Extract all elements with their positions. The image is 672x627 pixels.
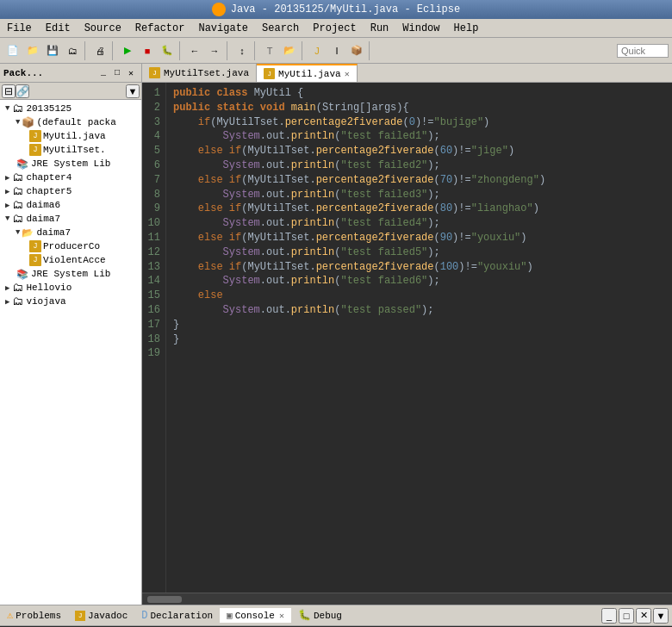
bp-minimize-btn[interactable]: _ <box>601 608 617 624</box>
tree-item-daima7[interactable]: ▼ 🗂 daima7 <box>2 212 140 226</box>
tab-java-icon: J <box>149 67 160 78</box>
main-layout: Pack... _ □ ✕ ⊟ 🔗 ▼ ▼ 🗂 20135125 ▼ 📦 (de… <box>0 64 672 605</box>
pe-collapse-btn[interactable]: ⊟ <box>2 84 16 98</box>
menu-edit[interactable]: Edit <box>39 21 78 36</box>
bp-close-btn[interactable]: ✕ <box>636 608 651 624</box>
menu-bar: File Edit Source Refactor Navigate Searc… <box>0 19 672 38</box>
code-container: 12345678910111213141516171819 public cla… <box>142 83 672 593</box>
bp-tab-problems[interactable]: ⚠ Problems <box>0 607 68 624</box>
tree-item-jre2[interactable]: 📚 JRE System Lib <box>2 267 140 281</box>
toolbar-sep-3 <box>179 41 183 60</box>
tree-item-violentacce[interactable]: J ViolentAcce <box>2 253 140 267</box>
menu-file[interactable]: File <box>0 21 39 36</box>
package-explorer: Pack... _ □ ✕ ⊟ 🔗 ▼ ▼ 🗂 20135125 ▼ 📦 (de… <box>0 64 142 605</box>
bp-tab-label: Debug <box>314 611 342 621</box>
tree-label: 20135125 <box>26 103 72 114</box>
tree-label: daima6 <box>26 200 60 210</box>
tree-item-jre1[interactable]: 📚 JRE System Lib <box>2 157 140 171</box>
bp-tab-javadoc[interactable]: J Javadoc <box>68 609 134 623</box>
expand-arrow: ▶ <box>5 187 9 196</box>
open-resource-btn[interactable]: 📂 <box>280 41 299 60</box>
tree-label: JRE System Lib <box>31 158 110 169</box>
code-content[interactable]: public class MyUtil { public static void… <box>166 83 672 593</box>
back-btn[interactable]: ← <box>185 41 204 60</box>
tree-label: (default packa <box>36 117 115 127</box>
pe-link-btn[interactable]: 🔗 <box>16 84 29 98</box>
new-btn[interactable]: 📄 <box>3 41 22 60</box>
tree-label: ViolentAcce <box>43 255 106 265</box>
bp-tabs: ⚠ Problems J Javadoc D Declaration ▣ Con… <box>0 605 672 626</box>
horizontal-scrollbar[interactable] <box>142 593 672 605</box>
run-btn[interactable]: ▶ <box>118 41 137 60</box>
menu-window[interactable]: Window <box>395 21 446 36</box>
tree-item-hellovio[interactable]: ▶ 🗂 Hellovio <box>2 281 140 295</box>
editor-tabs: J MyUtilTset.java J MyUtil.java ✕ <box>142 64 672 83</box>
tree-item-myutil[interactable]: J MyUtil.java <box>2 129 140 143</box>
expand-arrow: ▼ <box>16 118 20 127</box>
debug-btn[interactable]: 🐛 <box>158 41 177 60</box>
save-all-btn[interactable]: 🗂 <box>63 41 82 60</box>
bp-tab-console[interactable]: ▣ Console ✕ <box>220 608 291 623</box>
tree-item-default-pkg[interactable]: ▼ 📦 (default packa <box>2 115 140 129</box>
tree-item-chapter4[interactable]: ▶ 🗂 chapter4 <box>2 171 140 184</box>
next-annot-btn[interactable]: ↕ <box>233 41 252 60</box>
pe-toolbar: ⊟ 🔗 ▼ <box>0 83 141 100</box>
menu-help[interactable]: Help <box>447 21 486 36</box>
new-interface-btn[interactable]: I <box>327 41 346 60</box>
bp-menu-btn[interactable]: ▼ <box>653 608 669 624</box>
h-scrollbar-thumb[interactable] <box>147 596 182 603</box>
tree-label: JRE System Lib <box>31 269 110 279</box>
tree-item-myutiltset[interactable]: J MyUtilTset. <box>2 143 140 157</box>
tree-item-20135125[interactable]: ▼ 🗂 20135125 <box>2 102 140 115</box>
tree-label: chapter4 <box>26 172 72 183</box>
open-type-btn[interactable]: T <box>260 41 279 60</box>
print-btn[interactable]: 🖨 <box>90 41 109 60</box>
pe-menu-btn[interactable]: ▼ <box>126 84 140 98</box>
tab-myutiltset[interactable]: J MyUtilTset.java <box>142 64 257 82</box>
pe-maximize-btn[interactable]: □ <box>110 66 124 80</box>
toolbar-sep-2 <box>112 41 115 60</box>
menu-search[interactable]: Search <box>255 21 306 36</box>
bp-tab-debug[interactable]: 🐛 Debug <box>291 607 349 624</box>
java-file-icon: J <box>29 254 41 266</box>
tree-label: viojava <box>26 296 65 307</box>
menu-navigate[interactable]: Navigate <box>191 21 255 36</box>
menu-run[interactable]: Run <box>364 21 396 36</box>
tab-java-icon: J <box>264 68 275 79</box>
fwd-btn[interactable]: → <box>205 41 224 60</box>
new-java-btn[interactable]: J <box>308 41 327 60</box>
console-close-btn[interactable]: ✕ <box>279 611 284 621</box>
tree-item-viojava[interactable]: ▶ 🗂 viojava <box>2 295 140 308</box>
bp-toolbar-right: _ □ ✕ ▼ <box>601 608 672 624</box>
bp-tab-label: Javadoc <box>88 611 128 621</box>
menu-refactor[interactable]: Refactor <box>128 21 192 36</box>
menu-project[interactable]: Project <box>306 21 363 36</box>
toolbar-sep-4 <box>227 41 230 60</box>
project-icon: 🗂 <box>10 185 24 197</box>
editor-area: J MyUtilTset.java J MyUtil.java ✕ 123456… <box>142 64 672 605</box>
project-icon: 🗂 <box>10 199 24 211</box>
tree-item-producerco[interactable]: J ProducerCo <box>2 239 140 253</box>
tab-close-btn[interactable]: ✕ <box>345 69 350 79</box>
tab-myutil[interactable]: J MyUtil.java ✕ <box>257 64 358 82</box>
expand-arrow: ▶ <box>5 201 9 210</box>
new-package-btn[interactable]: 📦 <box>347 41 366 60</box>
folder-icon: 📂 <box>21 227 34 239</box>
tree-label: daima7 <box>36 227 71 238</box>
project-icon: 🗂 <box>10 102 24 115</box>
quick-access-input[interactable] <box>617 44 669 58</box>
stop-btn[interactable]: ■ <box>138 41 157 60</box>
save-btn[interactable]: 💾 <box>43 41 62 60</box>
pe-minimize-btn[interactable]: _ <box>96 66 110 80</box>
open-btn[interactable]: 📁 <box>23 41 42 60</box>
tree-item-daima7-sub[interactable]: ▼ 📂 daima7 <box>2 226 140 239</box>
bottom-panel: ⚠ Problems J Javadoc D Declaration ▣ Con… <box>0 605 672 627</box>
tree-item-daima6[interactable]: ▶ 🗂 daima6 <box>2 198 140 212</box>
tab-label: MyUtil.java <box>278 69 341 79</box>
tree-item-chapter5[interactable]: ▶ 🗂 chapter5 <box>2 184 140 198</box>
pe-close-btn[interactable]: ✕ <box>124 66 138 80</box>
pe-header: Pack... _ □ ✕ <box>0 64 141 83</box>
bp-maxrestore-btn[interactable]: □ <box>619 608 634 624</box>
menu-source[interactable]: Source <box>78 21 128 36</box>
bp-tab-declaration[interactable]: D Declaration <box>134 608 220 624</box>
